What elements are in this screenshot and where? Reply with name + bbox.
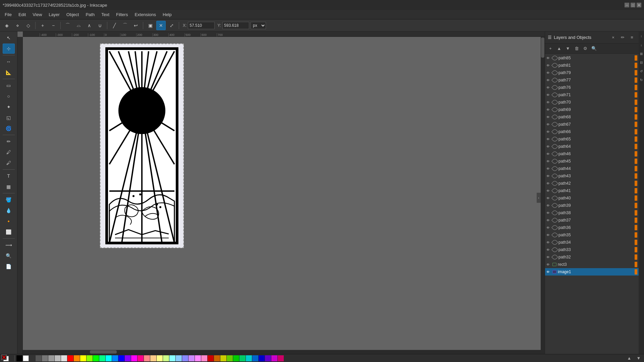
swatch-gray2[interactable] (36, 355, 42, 361)
layer-item-path43[interactable]: 👁 path43 (545, 172, 639, 180)
tool-gradient[interactable]: ▦ (3, 182, 15, 192)
tool-ellipse[interactable]: ○ (3, 91, 15, 101)
layer-item-path40[interactable]: 👁 path40 (545, 194, 639, 202)
swatch-gray6[interactable] (61, 355, 67, 361)
menu-path[interactable]: Path (82, 11, 98, 18)
toolbar-corner1[interactable]: ∧ (85, 21, 94, 30)
outer-btn-2[interactable]: ↓ (637, 41, 644, 49)
swatch-light-pink[interactable] (195, 355, 201, 361)
tool-rect[interactable]: ▭ (3, 80, 15, 90)
maximize-button[interactable]: □ (631, 3, 635, 7)
menu-layer[interactable]: Layer (45, 11, 63, 18)
layer-item-path32[interactable]: 👁 path32 (545, 253, 639, 261)
swatch-yellow[interactable] (80, 355, 86, 361)
tool-fill[interactable]: 🪣 (3, 195, 15, 205)
layer-item-path69[interactable]: 👁 path69 (545, 106, 639, 113)
toolbar-expand[interactable]: ⤢ (167, 21, 176, 30)
canvas-inner[interactable] (23, 37, 545, 354)
swatch-magenta[interactable] (131, 355, 137, 361)
layer-item-path35[interactable]: 👁 path35 (545, 231, 639, 239)
toolbar-cusp[interactable]: ⋄ (13, 21, 22, 30)
menu-extensions[interactable]: Extensions (131, 11, 159, 18)
menu-edit[interactable]: Edit (15, 11, 29, 18)
toolbar-line[interactable]: ╱ (110, 21, 119, 30)
outer-btn-3[interactable]: ⊞ (637, 50, 644, 58)
toolbar-curve[interactable]: ⌒ (120, 21, 130, 30)
tool-node[interactable]: ⊹ (3, 44, 15, 54)
layer-item-path79[interactable]: 👁 path79 (545, 69, 639, 76)
layer-item-path45[interactable]: 👁 path45 (545, 158, 639, 165)
swatch-dark-lime[interactable] (227, 355, 233, 361)
toolbar-node-x[interactable]: ✕ (156, 21, 166, 30)
swatch-green[interactable] (93, 355, 99, 361)
layer-item-path33[interactable]: 👁 path33 (545, 246, 639, 253)
swatch-dark-blue[interactable] (259, 355, 265, 361)
layer-item-path71[interactable]: 👁 path71 (545, 91, 639, 99)
tool-select[interactable]: ↖ (3, 33, 15, 43)
swatch-hot-pink[interactable] (201, 355, 207, 361)
menu-object[interactable]: Object (63, 11, 83, 18)
outer-btn-6[interactable]: ↻ (637, 76, 644, 84)
swatch-gray3[interactable] (42, 355, 48, 361)
swatch-white[interactable] (23, 355, 29, 361)
swatch-dark-cyan[interactable] (246, 355, 252, 361)
swatch-dark-yellow[interactable] (220, 355, 226, 361)
toolbar-break[interactable]: ⌓ (74, 21, 83, 30)
layer-item-path66[interactable]: 👁 path66 (545, 128, 639, 135)
swatch-pink[interactable] (138, 355, 144, 361)
fill-color-box[interactable] (1, 355, 7, 360)
swatch-teal[interactable] (239, 355, 246, 361)
layer-item-path76[interactable]: 👁 path76 (545, 84, 639, 91)
menu-help[interactable]: Help (159, 11, 175, 18)
layer-up-btn[interactable]: ▲ (555, 45, 563, 53)
layers-close-btn[interactable]: × (609, 34, 617, 42)
h-scrollbar-thumb[interactable] (90, 350, 117, 354)
swatch-lavender[interactable] (182, 355, 188, 361)
swatch-gray4[interactable] (48, 355, 54, 361)
layer-item-image1[interactable]: 👁 image1 (545, 268, 639, 276)
swatch-peach[interactable] (150, 355, 156, 361)
v-scrollbar-thumb[interactable] (541, 38, 544, 58)
panel-toggle-btn[interactable]: ‹ (537, 193, 541, 203)
close-button[interactable]: ✕ (637, 3, 641, 7)
palette-scroll-up[interactable]: ▲ (625, 354, 633, 362)
layer-item-path77[interactable]: 👁 path77 (545, 76, 639, 84)
swatch-pale-yellow[interactable] (157, 355, 163, 361)
window-controls[interactable]: ─ □ ✕ (625, 3, 641, 7)
unit-select[interactable]: px mm in (251, 22, 266, 29)
layer-item-path36[interactable]: 👁 path36 (545, 224, 639, 231)
toolbar-corner2[interactable]: ∪ (95, 21, 105, 30)
canvas-area[interactable]: -400 -300 -200 -100 0 100 200 300 400 50… (17, 32, 545, 354)
tool-pages[interactable]: 📄 (3, 261, 15, 272)
outer-btn-5[interactable]: ↺ (637, 67, 644, 75)
layer-item-path67[interactable]: 👁 path67 (545, 121, 639, 128)
minimize-button[interactable]: ─ (625, 3, 629, 7)
layer-item-path39[interactable]: 👁 path39 (545, 202, 639, 209)
swatch-gray5[interactable] (55, 355, 61, 361)
tool-pencil[interactable]: ✏ (3, 136, 15, 146)
layer-item-rect3[interactable]: 👁 rect3 (545, 261, 639, 268)
menu-view[interactable]: View (29, 11, 45, 18)
toolbar-node-select[interactable]: ◈ (2, 21, 11, 30)
outer-btn-1[interactable]: ↑ (637, 32, 644, 40)
layers-edit-btn[interactable]: ✏ (619, 34, 627, 42)
layer-item-path68[interactable]: 👁 path68 (545, 113, 639, 121)
menu-filters[interactable]: Filters (113, 11, 131, 18)
layers-list[interactable]: 👁 path85 👁 path81 👁 path79 👁 path77 (545, 54, 639, 354)
swatch-dark-orange[interactable] (214, 355, 220, 361)
h-scrollbar[interactable] (23, 350, 541, 354)
tool-3d[interactable]: ◱ (3, 113, 15, 123)
tool-spray[interactable]: 🔸 (3, 216, 15, 226)
layer-item-path34[interactable]: 👁 path34 (545, 239, 639, 246)
tool-zoom[interactable]: 🔍 (3, 251, 15, 261)
layer-item-path38[interactable]: 👁 path38 (545, 209, 639, 217)
layers-menu-btn[interactable]: ≡ (628, 34, 636, 42)
swatch-sky[interactable] (112, 355, 118, 361)
swatch-salmon[interactable] (144, 355, 150, 361)
swatch-cyan[interactable] (106, 355, 112, 361)
layer-item-path46[interactable]: 👁 path46 (545, 150, 639, 158)
swatch-gray1[interactable] (29, 355, 35, 361)
toolbar-add-node[interactable]: + (38, 21, 47, 30)
swatch-red[interactable] (67, 355, 73, 361)
toolbar-del-node[interactable]: − (49, 21, 58, 30)
